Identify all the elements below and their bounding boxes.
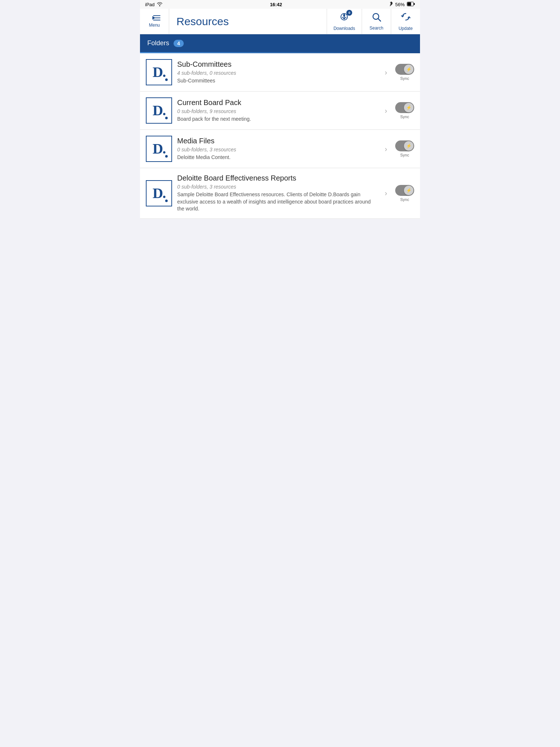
sync-toggle[interactable]: ⚡ bbox=[395, 185, 414, 196]
sync-bolt-icon: ⚡ bbox=[406, 105, 412, 110]
downloads-button[interactable]: 0 Downloads bbox=[327, 9, 362, 34]
folder-logo-letter: D. bbox=[153, 65, 166, 80]
sync-toggle[interactable]: ⚡ bbox=[395, 140, 414, 151]
sync-toggle-knob: ⚡ bbox=[404, 65, 413, 74]
folder-item-deloitte-board-reports[interactable]: D. Deloitte Board Effectiveness Reports … bbox=[140, 168, 420, 219]
page-title: Resources bbox=[169, 9, 327, 34]
menu-button[interactable]: Menu bbox=[140, 9, 169, 34]
folder-meta: 0 sub-folders, 9 resources bbox=[177, 108, 377, 114]
sync-toggle-knob: ⚡ bbox=[404, 103, 413, 112]
battery-text: 56% bbox=[395, 2, 405, 7]
sync-toggle-wrapper: ⚡ Sync bbox=[395, 185, 414, 202]
folder-info: Sub-Committees 4 sub-folders, 0 resource… bbox=[177, 60, 377, 85]
folder-desc: Board pack for the next meeting. bbox=[177, 116, 377, 123]
chevron-right-icon: › bbox=[385, 68, 387, 77]
downloads-badge: 0 bbox=[346, 10, 352, 16]
sync-toggle-knob: ⚡ bbox=[404, 141, 413, 151]
folder-logo-dot bbox=[165, 200, 168, 202]
section-title: Folders bbox=[147, 39, 169, 47]
downloads-label: Downloads bbox=[334, 26, 355, 31]
search-button[interactable]: Search bbox=[362, 9, 391, 34]
battery-icon bbox=[407, 2, 415, 7]
downloads-icon: 0 bbox=[339, 12, 349, 24]
chevron-right-icon: › bbox=[385, 189, 387, 197]
sync-toggle-wrapper: ⚡ Sync bbox=[395, 64, 414, 81]
sync-toggle-wrapper: ⚡ Sync bbox=[395, 102, 414, 119]
folder-desc: Sample Deloitte Board Effectiveness reso… bbox=[177, 191, 377, 213]
svg-rect-3 bbox=[414, 3, 415, 5]
sync-bolt-icon: ⚡ bbox=[406, 188, 412, 193]
folder-logo-letter: D. bbox=[153, 186, 166, 201]
svg-line-6 bbox=[378, 19, 381, 21]
status-bar: iPad 16:42 56% bbox=[140, 0, 420, 9]
folder-logo-dot bbox=[165, 78, 168, 81]
device-label: iPad bbox=[145, 2, 155, 7]
folder-count-badge: 4 bbox=[174, 40, 184, 47]
bluetooth-icon bbox=[389, 1, 393, 8]
folder-info: Current Board Pack 0 sub-folders, 9 reso… bbox=[177, 98, 377, 123]
folder-meta: 4 sub-folders, 0 resources bbox=[177, 70, 377, 76]
sync-label: Sync bbox=[400, 76, 409, 81]
folder-list: D. Sub-Committees 4 sub-folders, 0 resou… bbox=[140, 53, 420, 219]
folder-desc: Sub-Committees bbox=[177, 77, 377, 85]
folder-meta: 0 sub-folders, 3 resources bbox=[177, 147, 377, 152]
toolbar-actions: 0 Downloads Search bbox=[327, 9, 420, 34]
sync-bolt-icon: ⚡ bbox=[406, 67, 412, 72]
sync-toggle-knob: ⚡ bbox=[404, 186, 413, 195]
folder-logo-letter: D. bbox=[153, 103, 166, 118]
toolbar: Menu Resources 0 Downloads bbox=[140, 9, 420, 34]
folder-desc: Deloitte Media Content. bbox=[177, 154, 377, 161]
sync-label: Sync bbox=[400, 115, 409, 119]
folder-logo-dot bbox=[165, 155, 168, 158]
sync-toggle[interactable]: ⚡ bbox=[395, 64, 414, 75]
svg-line-0 bbox=[390, 5, 391, 6]
chevron-right-icon: › bbox=[385, 107, 387, 115]
wifi-icon bbox=[157, 2, 163, 7]
sync-toggle-wrapper: ⚡ Sync bbox=[395, 140, 414, 157]
folders-section-header: Folders 4 bbox=[140, 34, 420, 52]
folder-logo-dot bbox=[165, 117, 168, 119]
folder-name: Current Board Pack bbox=[177, 98, 377, 107]
folder-thumb: D. bbox=[146, 97, 172, 124]
search-label: Search bbox=[369, 26, 383, 31]
folder-thumb: D. bbox=[146, 136, 172, 162]
sync-label: Sync bbox=[400, 197, 409, 202]
sync-label: Sync bbox=[400, 153, 409, 157]
folder-info: Media Files 0 sub-folders, 3 resources D… bbox=[177, 137, 377, 161]
folder-meta: 0 sub-folders, 3 resources bbox=[177, 184, 377, 190]
folder-item-sub-committees[interactable]: D. Sub-Committees 4 sub-folders, 0 resou… bbox=[140, 53, 420, 92]
update-icon bbox=[401, 12, 411, 24]
sync-toggle[interactable]: ⚡ bbox=[395, 102, 414, 113]
folder-name: Sub-Committees bbox=[177, 60, 377, 69]
menu-triangle-icon bbox=[152, 16, 155, 20]
folder-item-current-board-pack[interactable]: D. Current Board Pack 0 sub-folders, 9 r… bbox=[140, 92, 420, 130]
status-right: 56% bbox=[389, 1, 415, 8]
sync-bolt-icon: ⚡ bbox=[406, 143, 412, 148]
status-left: iPad bbox=[145, 2, 163, 7]
status-time: 16:42 bbox=[270, 2, 282, 7]
folder-name: Deloitte Board Effectiveness Reports bbox=[177, 174, 377, 182]
folder-thumb: D. bbox=[146, 180, 172, 206]
folder-info: Deloitte Board Effectiveness Reports 0 s… bbox=[177, 174, 377, 213]
folder-name: Media Files bbox=[177, 137, 377, 145]
folder-item-media-files[interactable]: D. Media Files 0 sub-folders, 3 resource… bbox=[140, 130, 420, 168]
folder-logo-letter: D. bbox=[153, 142, 166, 156]
folder-thumb: D. bbox=[146, 59, 172, 85]
update-button[interactable]: Update bbox=[391, 9, 420, 34]
svg-rect-2 bbox=[408, 2, 411, 5]
search-icon bbox=[372, 12, 381, 24]
chevron-right-icon: › bbox=[385, 145, 387, 153]
menu-label: Menu bbox=[149, 23, 160, 28]
update-label: Update bbox=[398, 26, 413, 31]
